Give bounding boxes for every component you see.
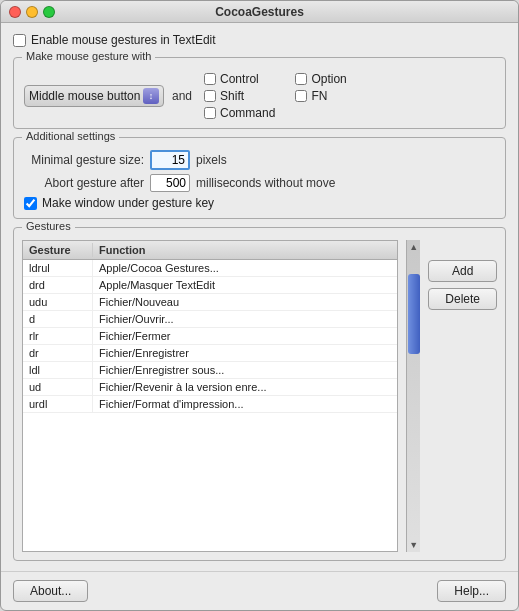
option-label: Option [311,72,346,86]
about-button[interactable]: About... [13,580,88,602]
table-row[interactable]: urdlFichier/Format d'impression... [23,396,397,413]
fn-label: FN [311,89,327,103]
command-item: Command [204,106,275,120]
gesture-cell: rlr [23,328,93,344]
main-window: CocoaGestures Enable mouse gestures in T… [0,0,519,611]
additional-settings-group: Additional settings Minimal gesture size… [13,137,506,219]
enable-row: Enable mouse gestures in TextEdit [13,33,506,47]
command-label: Command [220,106,275,120]
table-row[interactable]: rlrFichier/Fermer [23,328,397,345]
make-window-row: Make window under gesture key [24,196,495,210]
gestures-legend: Gestures [22,220,75,232]
option-item: Option [295,72,366,86]
window-title: CocoaGestures [215,5,304,19]
gestures-content: Gesture Function ldrulApple/Cocoa Gestur… [14,228,505,560]
content-area: Enable mouse gestures in TextEdit Make m… [1,23,518,571]
table-row[interactable]: uduFichier/Nouveau [23,294,397,311]
col-gesture-header: Gesture [23,243,93,257]
make-window-checkbox[interactable] [24,197,37,210]
function-cell: Fichier/Ouvrir... [93,311,397,327]
mouse-button-dropdown[interactable]: Middle mouse button ↕ [24,85,164,107]
gesture-row: Middle mouse button ↕ and Control Option [24,72,495,120]
enable-checkbox[interactable] [13,34,26,47]
maximize-button[interactable] [43,6,55,18]
abort-gesture-input[interactable] [150,174,190,192]
shift-checkbox[interactable] [204,90,216,102]
gesture-cell: drd [23,277,93,293]
command-checkbox[interactable] [204,107,216,119]
scroll-up-icon[interactable]: ▲ [407,240,420,254]
scrollbar-thumb[interactable] [408,274,420,354]
table-row[interactable]: udFichier/Revenir à la version enre... [23,379,397,396]
gesture-cell: urdl [23,396,93,412]
abort-gesture-label: Abort gesture after [24,176,144,190]
window-controls [9,6,55,18]
abort-gesture-row: Abort gesture after milliseconds without… [24,174,495,192]
function-cell: Fichier/Revenir à la version enre... [93,379,397,395]
gestures-table: Gesture Function ldrulApple/Cocoa Gestur… [22,240,398,552]
shift-label: Shift [220,89,244,103]
table-row[interactable]: ldrulApple/Cocoa Gestures... [23,260,397,277]
control-checkbox[interactable] [204,73,216,85]
function-cell: Fichier/Enregistrer sous... [93,362,397,378]
gesture-group: Make mouse gesture with Middle mouse but… [13,57,506,129]
gesture-cell: udu [23,294,93,310]
gesture-cell: dr [23,345,93,361]
gestures-section: Gestures Gesture Function ldrulApple/Coc… [13,227,506,561]
gesture-group-legend: Make mouse gesture with [22,50,155,62]
function-cell: Fichier/Nouveau [93,294,397,310]
function-cell: Fichier/Format d'impression... [93,396,397,412]
dropdown-arrow-icon: ↕ [143,88,159,104]
enable-label: Enable mouse gestures in TextEdit [31,33,216,47]
help-button[interactable]: Help... [437,580,506,602]
shift-item: Shift [204,89,275,103]
scroll-down-icon[interactable]: ▼ [407,538,420,552]
abort-gesture-unit: milliseconds without move [196,176,335,190]
function-cell: Apple/Masquer TextEdit [93,277,397,293]
modifier-checkboxes: Control Option Shift FN [204,72,367,120]
close-button[interactable] [9,6,21,18]
additional-settings-legend: Additional settings [22,130,119,142]
add-button[interactable]: Add [428,260,497,282]
table-row[interactable]: ldlFichier/Enregistrer sous... [23,362,397,379]
control-item: Control [204,72,275,86]
table-body[interactable]: ldrulApple/Cocoa Gestures...drdApple/Mas… [23,260,397,551]
control-label: Control [220,72,259,86]
dropdown-value: Middle mouse button [29,89,140,103]
table-row[interactable]: drFichier/Enregistrer [23,345,397,362]
table-row[interactable]: dFichier/Ouvrir... [23,311,397,328]
gesture-cell: d [23,311,93,327]
minimal-size-label: Minimal gesture size: [24,153,144,167]
action-buttons: Add Delete [428,240,497,552]
fn-item: FN [295,89,366,103]
delete-button[interactable]: Delete [428,288,497,310]
make-window-label: Make window under gesture key [42,196,214,210]
function-cell: Fichier/Fermer [93,328,397,344]
gesture-cell: ldrul [23,260,93,276]
option-checkbox[interactable] [295,73,307,85]
gesture-cell: ud [23,379,93,395]
minimal-size-input[interactable] [150,150,190,170]
minimal-size-row: Minimal gesture size: pixels [24,150,495,170]
minimal-size-unit: pixels [196,153,227,167]
col-function-header: Function [93,243,397,257]
gesture-cell: ldl [23,362,93,378]
function-cell: Apple/Cocoa Gestures... [93,260,397,276]
minimize-button[interactable] [26,6,38,18]
table-row[interactable]: drdApple/Masquer TextEdit [23,277,397,294]
bottom-bar: About... Help... [1,571,518,610]
scrollbar[interactable]: ▲ ▼ [406,240,420,552]
titlebar: CocoaGestures [1,1,518,23]
and-label: and [172,89,192,103]
function-cell: Fichier/Enregistrer [93,345,397,361]
table-header: Gesture Function [23,241,397,260]
fn-checkbox[interactable] [295,90,307,102]
